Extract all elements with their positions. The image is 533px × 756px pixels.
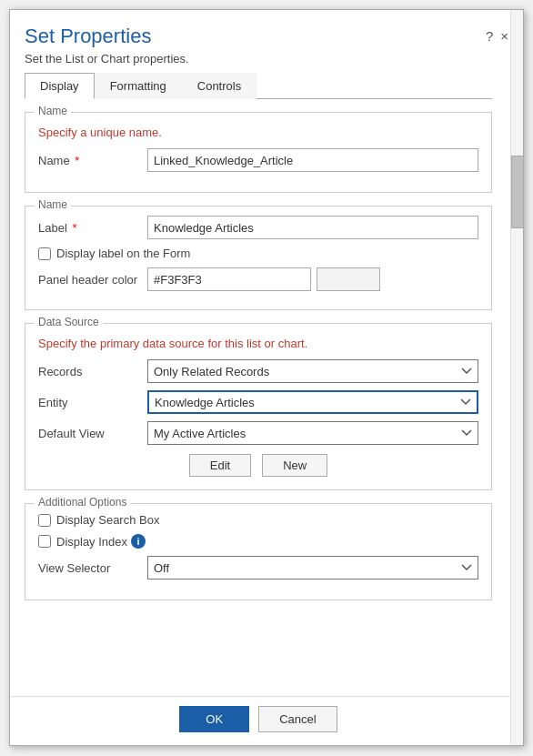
- dialog-title: Set Properties: [25, 25, 189, 48]
- color-swatch[interactable]: [317, 267, 380, 291]
- header-icons: ? ×: [486, 28, 508, 44]
- name-section-desc: Specify a unique name.: [38, 126, 478, 139]
- display-index-info-icon[interactable]: i: [131, 534, 146, 549]
- records-label: Records: [38, 365, 147, 378]
- close-icon[interactable]: ×: [500, 28, 508, 44]
- edit-button[interactable]: Edit: [189, 454, 251, 477]
- name-input[interactable]: [147, 148, 478, 172]
- label-required-star: *: [69, 221, 77, 235]
- tab-display[interactable]: Display: [25, 73, 95, 99]
- ok-button[interactable]: OK: [179, 706, 249, 732]
- panel-header-color-row: Panel header color: [38, 267, 478, 291]
- tab-bar: Display Formatting Controls: [25, 73, 492, 99]
- edit-new-button-row: Edit New: [38, 454, 478, 477]
- default-view-select[interactable]: My Active Articles Active Articles: [147, 421, 478, 445]
- label-section-legend: Name: [35, 198, 71, 211]
- tab-formatting[interactable]: Formatting: [95, 73, 182, 99]
- display-label-checkbox[interactable]: [38, 247, 51, 260]
- view-selector-select[interactable]: Off Show All Views Show Selected Views: [147, 556, 478, 580]
- name-field-row: Name *: [38, 148, 478, 172]
- default-view-field-row: Default View My Active Articles Active A…: [38, 421, 478, 445]
- display-label-text: Display label on the Form: [56, 247, 190, 260]
- set-properties-dialog: Set Properties Set the List or Chart pro…: [9, 9, 524, 746]
- scrollbar-thumb[interactable]: [511, 156, 524, 228]
- display-search-label: Display Search Box: [56, 513, 159, 527]
- name-field-label: Name *: [38, 154, 147, 167]
- name-required-star: *: [72, 154, 80, 167]
- data-source-section: Data Source Specify the primary data sou…: [25, 323, 492, 490]
- default-view-label: Default View: [38, 427, 147, 440]
- cancel-button[interactable]: Cancel: [258, 706, 337, 732]
- scrollbar-track[interactable]: [510, 10, 523, 745]
- display-label-checkbox-row: Display label on the Form: [38, 247, 478, 260]
- name-section: Name Specify a unique name. Name *: [25, 112, 492, 193]
- tab-controls[interactable]: Controls: [182, 73, 256, 99]
- view-selector-label: View Selector: [38, 561, 147, 575]
- additional-options-section: Additional Options Display Search Box Di…: [25, 503, 492, 600]
- view-selector-row: View Selector Off Show All Views Show Se…: [38, 556, 478, 580]
- display-index-row: Display Index i: [38, 534, 478, 549]
- panel-header-label: Panel header color: [38, 273, 147, 287]
- dialog-header: Set Properties Set the List or Chart pro…: [10, 10, 523, 73]
- additional-options-legend: Additional Options: [35, 496, 130, 509]
- label-field-row: Label *: [38, 216, 478, 239]
- entity-field-row: Entity Knowledge Articles: [38, 390, 478, 414]
- display-index-checkbox[interactable]: [38, 535, 51, 548]
- records-field-row: Records Only Related Records All Records: [38, 359, 478, 383]
- dialog-content: Display Formatting Controls Name Specify…: [10, 73, 510, 696]
- label-input[interactable]: [147, 216, 478, 239]
- display-search-checkbox[interactable]: [38, 514, 51, 527]
- dialog-footer: OK Cancel: [10, 696, 510, 745]
- label-field-label: Label *: [38, 221, 147, 235]
- display-index-label: Display Index: [56, 535, 127, 549]
- label-section: Name Label * Display label on the Form P…: [25, 206, 492, 310]
- records-select[interactable]: Only Related Records All Records: [147, 359, 478, 383]
- panel-header-color-input[interactable]: [147, 267, 311, 291]
- display-search-row: Display Search Box: [38, 513, 478, 527]
- help-icon[interactable]: ?: [486, 28, 493, 44]
- data-source-legend: Data Source: [35, 316, 103, 328]
- data-source-desc: Specify the primary data source for this…: [38, 337, 478, 350]
- entity-label: Entity: [38, 396, 147, 409]
- dialog-subtitle: Set the List or Chart properties.: [25, 52, 189, 66]
- new-button[interactable]: New: [262, 454, 327, 477]
- name-section-legend: Name: [35, 105, 71, 117]
- entity-select[interactable]: Knowledge Articles: [147, 390, 478, 414]
